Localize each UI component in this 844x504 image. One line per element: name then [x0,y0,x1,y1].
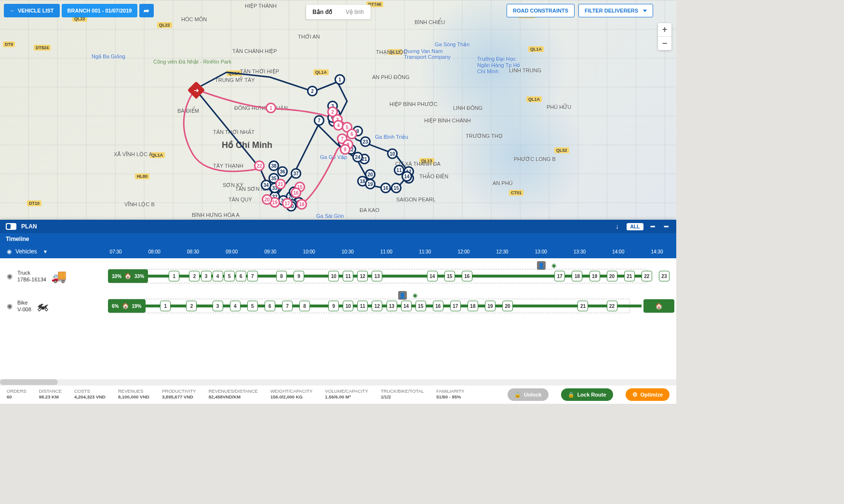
route-stop-marker[interactable]: 2 [307,86,318,96]
driver-marker[interactable]: 👤 [398,291,407,300]
lane-stop[interactable]: 6 [236,271,246,281]
lane-stop[interactable]: 7 [247,271,258,281]
route-stop-marker[interactable]: 18 [296,199,307,210]
branch-button[interactable]: BRANCH 001 - 01/07/2019 [62,4,138,17]
lane-stop[interactable]: 15 [444,271,455,281]
map-type-map[interactable]: Bản đồ [306,5,339,19]
lane-stop[interactable]: 13 [387,301,397,311]
lane-stop[interactable]: 6 [265,301,275,311]
route-stop-marker[interactable]: 19 [365,179,375,189]
filter-all-chip[interactable]: ALL [627,223,643,230]
sort-button[interactable]: ↓ [613,222,622,231]
lane-end-pill[interactable]: 🏠 [643,299,674,313]
lane-stop[interactable]: 10 [343,301,353,311]
lane-stop[interactable]: 9 [328,301,339,311]
vehicles-dropdown[interactable]: Vehicles [0,248,96,255]
lane-stop[interactable]: 18 [572,271,582,281]
route-stop-marker[interactable]: 16 [380,183,391,193]
map-type-switch[interactable]: Bản đồ Vệ tinh [306,5,370,19]
lane-stop[interactable]: 21 [577,301,588,311]
lane-stop[interactable]: 19 [589,271,600,281]
timeline-body[interactable]: Truck17B6-16134 🚚10%33%12345678910111213… [0,258,676,379]
lane-track[interactable]: 6%19%12345678910111213141516171819202122… [96,296,676,316]
map-type-satellite[interactable]: Vệ tinh [339,5,371,19]
lane-stop[interactable]: 12 [357,271,368,281]
route-stop-marker[interactable]: 14 [402,171,412,182]
minimize-button[interactable]: ━ [662,222,670,231]
horizontal-scrollbar[interactable] [0,379,676,385]
share-button[interactable] [139,4,154,17]
route-stop-marker[interactable]: 23 [360,136,371,147]
lane-stop[interactable]: 7 [282,301,293,311]
filter-deliverers-button[interactable]: FILTER DELIVERERS [578,4,653,17]
lane-stop[interactable]: 4 [213,271,223,281]
lane-stop[interactable]: 20 [502,301,513,311]
lane-visibility-toggle[interactable] [7,302,13,310]
lane-stop[interactable]: 11 [357,301,368,311]
lane-stop[interactable]: 18 [468,301,478,311]
lane-stop[interactable]: 2 [189,271,200,281]
lane-stop[interactable]: 16 [433,301,443,311]
lane-stop[interactable]: 11 [343,271,353,281]
lock-button[interactable]: Lock Route [561,388,613,401]
route-stop-marker[interactable]: 21 [275,179,286,189]
lane-stop[interactable]: 12 [372,301,382,311]
lane-stop[interactable]: 1 [169,271,179,281]
lane-stop[interactable]: 3 [213,301,223,311]
vehicle-list-button[interactable]: VEHICLE LIST [4,4,60,17]
road-constraints-button[interactable]: ROAD CONSTRAINTS [507,4,575,17]
lane-stop[interactable]: 19 [485,301,496,311]
lane-stop[interactable]: 8 [276,271,287,281]
route-stop-marker[interactable]: 36 [277,166,288,177]
route-stop-marker[interactable]: 22 [254,160,265,171]
lane-track[interactable]: 10%33%1234567891011121314151617181920212… [96,266,676,286]
lane-stop[interactable]: 8 [299,301,310,311]
eye-marker[interactable]: ◉ [551,262,556,269]
lane-stop[interactable]: 17 [554,271,565,281]
lane-stop[interactable]: 1 [160,301,171,311]
route-stop-marker[interactable]: 6 [347,129,357,139]
route-stop-marker[interactable]: 24 [352,152,363,162]
lane-stop[interactable]: 10 [328,271,339,281]
zoom-in-button[interactable]: + [658,23,671,37]
lane-stop[interactable]: 20 [607,271,617,281]
route-stop-marker[interactable]: 16 [291,187,301,198]
route-stop-marker[interactable]: 10 [387,148,398,159]
driver-marker[interactable]: 👤 [537,261,546,270]
lane-stop[interactable]: 15 [415,301,426,311]
lane-visibility-toggle[interactable] [7,272,13,280]
lane-stop[interactable]: 13 [372,271,382,281]
panel-toggle[interactable] [6,223,16,230]
lane-stop[interactable]: 4 [230,301,241,311]
lane-stop[interactable]: 2 [186,301,197,311]
optimize-button[interactable]: Optimize [626,388,670,401]
lane-stop[interactable]: 3 [201,271,212,281]
lane-stop[interactable]: 5 [224,271,235,281]
route-stop-marker[interactable]: 38 [268,160,279,171]
route-stop-marker[interactable]: 1 [266,103,276,113]
eye-marker[interactable]: ◉ [413,292,417,299]
route-stop-marker[interactable]: 15 [391,183,402,193]
collapse-button[interactable]: ━ [648,222,657,231]
map-canvas[interactable]: QL22 QL22 DT824 DT9 DT10 HL80 QL1A QL1A … [0,0,676,220]
lane-stop[interactable]: 22 [607,301,617,311]
lane-stop[interactable]: 21 [624,271,635,281]
zoom-out-button[interactable]: − [658,37,671,50]
lane-stop[interactable]: 22 [642,271,652,281]
lane-stop[interactable]: 14 [427,271,438,281]
lane-start-pill[interactable]: 6%19% [108,299,145,313]
route-stop-marker[interactable]: 17 [282,198,293,209]
lane-stop[interactable]: 5 [247,301,258,311]
lane-stop[interactable]: 23 [659,271,670,281]
route-stop-marker[interactable]: 20 [365,169,375,180]
route-stop-marker[interactable]: 9 [340,144,350,155]
lane-stop[interactable]: 17 [450,301,461,311]
route-stop-marker[interactable]: 20 [262,194,272,205]
lane-stop[interactable]: 9 [294,271,304,281]
route-stop-marker[interactable]: 7 [314,115,324,126]
unlock-button[interactable]: Unlock [508,388,549,401]
lane-start-pill[interactable]: 10%33% [108,269,148,283]
route-stop-marker[interactable]: 37 [291,168,301,179]
lane-stop[interactable]: 14 [401,301,412,311]
depot-marker[interactable]: ➜ [188,81,205,99]
